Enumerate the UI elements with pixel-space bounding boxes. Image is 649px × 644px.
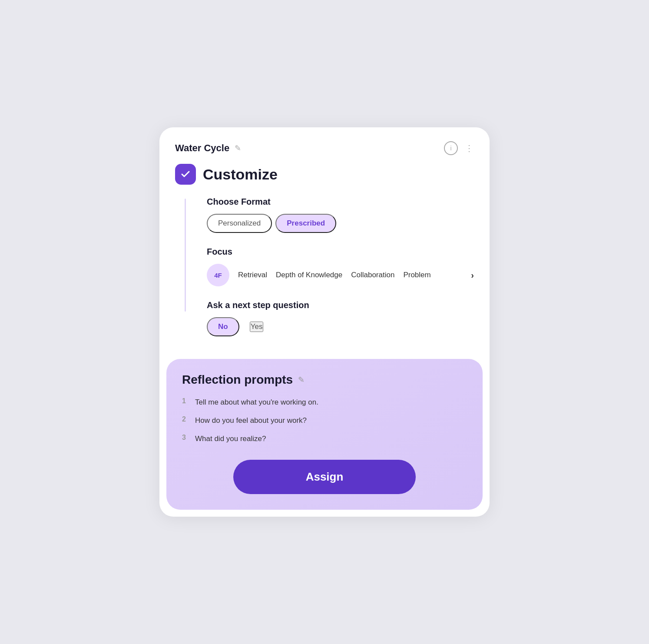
list-item: 3 What did you realize? xyxy=(182,434,467,444)
page-title: Water Cycle xyxy=(175,143,229,154)
content-wrapper: Choose Format Personalized Prescribed Fo… xyxy=(175,197,474,350)
customize-header: Customize xyxy=(175,164,474,185)
focus-retrieval[interactable]: Retrieval xyxy=(238,271,267,279)
next-step-section: Ask a next step question No Yes xyxy=(207,300,474,336)
sections-column: Choose Format Personalized Prescribed Fo… xyxy=(186,197,474,350)
choose-format-section: Choose Format Personalized Prescribed xyxy=(207,197,474,233)
next-step-options: No Yes xyxy=(207,317,474,336)
main-card: Water Cycle ✎ i ⋮ Customize xyxy=(159,127,490,516)
main-content: Customize Choose Format Personalized Pre… xyxy=(159,164,490,350)
list-item: 1 Tell me about what you're working on. xyxy=(182,397,467,408)
focus-depth-of-knowledge[interactable]: Depth of Knowledge xyxy=(276,271,342,279)
vertical-line-column xyxy=(175,197,186,350)
format-prescribed-button[interactable]: Prescribed xyxy=(275,214,336,233)
prompt-list: 1 Tell me about what you're working on. … xyxy=(182,397,467,444)
prompt-number-3: 3 xyxy=(182,434,191,442)
next-step-yes-button[interactable]: Yes xyxy=(250,322,264,332)
focus-title: Focus xyxy=(207,247,474,257)
focus-problem[interactable]: Problem xyxy=(403,271,430,279)
format-options: Personalized Prescribed xyxy=(207,214,474,233)
title-edit-icon[interactable]: ✎ xyxy=(235,143,241,153)
focus-collaboration[interactable]: Collaboration xyxy=(351,271,394,279)
customize-title: Customize xyxy=(203,166,278,183)
assign-button[interactable]: Assign xyxy=(233,460,416,494)
focus-badge[interactable]: 4F xyxy=(207,264,229,286)
prompt-number-1: 1 xyxy=(182,397,191,405)
header-left: Water Cycle ✎ xyxy=(175,143,241,154)
focus-section: Focus 4F Retrieval Depth of Knowledge Co… xyxy=(207,247,474,286)
list-item: 2 How do you feel about your work? xyxy=(182,415,467,426)
header-right: i ⋮ xyxy=(444,141,474,155)
reflection-title: Reflection prompts xyxy=(182,373,293,387)
choose-format-title: Choose Format xyxy=(207,197,474,207)
prompt-number-2: 2 xyxy=(182,415,191,423)
prompt-text-1: Tell me about what you're working on. xyxy=(195,397,318,408)
customize-badge xyxy=(175,164,196,185)
info-icon-label: i xyxy=(450,145,451,152)
prompt-text-2: How do you feel about your work? xyxy=(195,415,307,426)
focus-options: 4F Retrieval Depth of Knowledge Collabor… xyxy=(207,264,474,286)
reflection-panel: Reflection prompts ✎ 1 Tell me about wha… xyxy=(166,359,483,509)
focus-more-arrow[interactable]: › xyxy=(471,270,474,280)
format-personalized-button[interactable]: Personalized xyxy=(207,214,272,233)
reflection-header: Reflection prompts ✎ xyxy=(182,373,467,387)
more-menu-icon[interactable]: ⋮ xyxy=(465,143,474,153)
next-step-no-button[interactable]: No xyxy=(207,317,239,336)
reflection-edit-icon[interactable]: ✎ xyxy=(298,375,305,385)
header: Water Cycle ✎ i ⋮ xyxy=(159,127,490,164)
next-step-title: Ask a next step question xyxy=(207,300,474,310)
check-icon xyxy=(180,169,191,179)
info-icon-button[interactable]: i xyxy=(444,141,458,155)
prompt-text-3: What did you realize? xyxy=(195,434,266,444)
